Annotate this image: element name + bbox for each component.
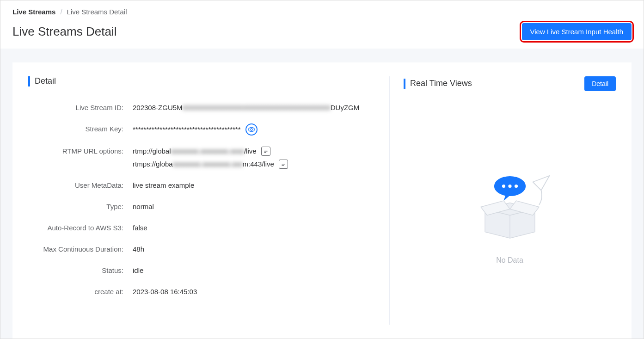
breadcrumb: Live Streams / Live Streams Detail: [12, 8, 632, 16]
detail-section-title: Detail: [28, 76, 56, 86]
title-row: Live Streams Detail View Live Stream Inp…: [12, 23, 632, 40]
value-auto-record: false: [133, 222, 147, 234]
row-user-metadata: User MetaData: live stream example: [28, 180, 380, 191]
svg-point-0: [251, 129, 252, 130]
copy-rtmp-2-icon[interactable]: [279, 160, 288, 169]
page-header: Live Streams / Live Streams Detail Live …: [0, 0, 644, 49]
svg-point-8: [502, 184, 505, 187]
realtime-section-title: Real Time Views: [404, 79, 472, 89]
label-create-at: create at:: [28, 286, 133, 297]
rtmp-line1-suffix: /live: [244, 147, 257, 155]
row-live-stream-id: Live Stream ID: 202308-ZGU5MXXXXXXXXXXXX…: [28, 102, 380, 113]
label-rtmp-url: RTMP URL options:: [28, 146, 133, 157]
page-container: Live Streams / Live Streams Detail Live …: [0, 0, 644, 339]
realtime-detail-button[interactable]: Detail: [584, 76, 616, 91]
content-area: Detail Live Stream ID: 202308-ZGU5MXXXXX…: [0, 49, 644, 339]
value-status: idle: [133, 265, 143, 276]
row-type: Type: normal: [28, 201, 380, 212]
detail-panel: Detail Live Stream ID: 202308-ZGU5MXXXXX…: [28, 76, 389, 325]
page-title: Live Streams Detail: [12, 25, 117, 39]
stream-key-masked: ****************************************: [133, 124, 241, 135]
rtmp-line2-prefix: rtmps://globa: [133, 160, 173, 168]
row-max-duration: Max Continuous Duration: 48h: [28, 244, 380, 255]
stream-id-suffix: DUyZGM: [331, 102, 360, 113]
rtmp-line2-blurred: xxxxxxxx.xxxxxxxx.xxx: [173, 160, 243, 168]
breadcrumb-separator: /: [60, 8, 62, 16]
value-create-at: 2023-08-08 16:45:03: [133, 286, 197, 297]
value-max-duration: 48h: [133, 244, 144, 255]
label-user-metadata: User MetaData:: [28, 180, 133, 191]
label-type: Type:: [28, 201, 133, 212]
value-type: normal: [133, 201, 154, 212]
row-create-at: create at: 2023-08-08 16:45:03: [28, 286, 380, 297]
empty-state: No Data: [404, 107, 616, 325]
realtime-panel: Real Time Views Detail: [389, 76, 616, 325]
detail-table: Live Stream ID: 202308-ZGU5MXXXXXXXXXXXX…: [28, 102, 380, 297]
empty-box-icon: [468, 167, 552, 251]
row-auto-record: Auto-Record to AWS S3: false: [28, 222, 380, 234]
value-stream-key: ****************************************: [133, 123, 258, 136]
copy-rtmp-1-icon[interactable]: [261, 147, 270, 156]
rtmp-line1-blurred: xxxxxxxx.xxxxxxxx.xxxx: [171, 147, 244, 155]
row-status: Status: idle: [28, 265, 380, 276]
row-stream-key: Stream Key: ****************************…: [28, 123, 380, 136]
stream-id-blurred: XXXXXXXXXXXXXXXXXXXXXXXXXXXXXXXX: [183, 102, 331, 113]
empty-state-text: No Data: [496, 256, 523, 265]
label-live-stream-id: Live Stream ID:: [28, 102, 133, 113]
label-status: Status:: [28, 265, 133, 276]
realtime-section-header: Real Time Views Detail: [404, 76, 616, 91]
rtmp-line1-prefix: rtmp://global: [133, 147, 171, 155]
svg-point-10: [514, 184, 517, 187]
value-user-metadata: live stream example: [133, 180, 194, 191]
view-input-health-button[interactable]: View Live Stream Input Health: [522, 23, 632, 40]
main-card: Detail Live Stream ID: 202308-ZGU5MXXXXX…: [12, 62, 632, 339]
label-max-duration: Max Continuous Duration:: [28, 244, 133, 255]
svg-point-9: [508, 184, 511, 187]
label-stream-key: Stream Key:: [28, 123, 133, 135]
breadcrumb-root[interactable]: Live Streams: [12, 8, 55, 16]
rtmp-line2-suffix: m:443/live: [243, 160, 274, 168]
stream-id-prefix: 202308-ZGU5M: [133, 102, 183, 113]
breadcrumb-current: Live Streams Detail: [67, 8, 127, 16]
value-rtmp-url: rtmp://globalxxxxxxxx.xxxxxxxx.xxxx/live…: [133, 146, 288, 170]
detail-section-header: Detail: [28, 76, 380, 86]
value-live-stream-id: 202308-ZGU5MXXXXXXXXXXXXXXXXXXXXXXXXXXXX…: [133, 102, 359, 113]
label-auto-record: Auto-Record to AWS S3:: [28, 222, 133, 234]
reveal-stream-key-icon[interactable]: [245, 123, 258, 136]
row-rtmp-url: RTMP URL options: rtmp://globalxxxxxxxx.…: [28, 146, 380, 170]
